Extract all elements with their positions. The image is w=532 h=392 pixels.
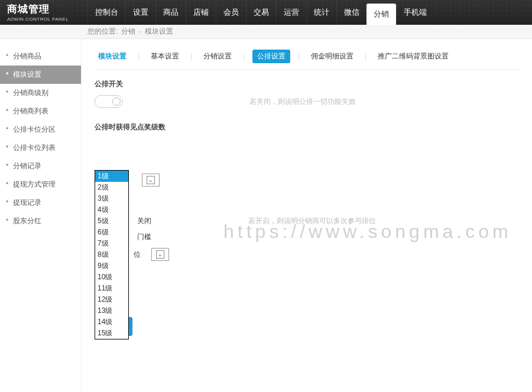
tab-2[interactable]: 分销设置 (200, 50, 235, 63)
field-label-out-level: 出局层级 (95, 274, 521, 284)
listbox-option[interactable]: 8级 (95, 249, 128, 260)
logo-block: 商城管理 ADMIN CONTROL PANEL (0, 0, 87, 25)
breadcrumb: 您的位置: 分销 › 模块设置 (0, 25, 532, 39)
tab-divider (299, 53, 299, 60)
sidebar-item-5[interactable]: 公排卡位列表 (0, 139, 81, 157)
listbox-option[interactable]: 6级 (95, 227, 128, 238)
sidebar-item-9[interactable]: 股东分红 (0, 212, 81, 230)
tab-divider (138, 53, 139, 60)
topnav-item-7[interactable]: 统计 (306, 0, 336, 25)
listbox-option[interactable]: 5级 (95, 215, 128, 227)
topnav-item-10[interactable]: 手机端 (396, 0, 434, 25)
topnav-item-5[interactable]: 交易 (246, 0, 276, 25)
sidebar-item-1[interactable]: 模块设置 (0, 66, 81, 84)
sidebar-item-2[interactable]: 分销商级别 (0, 84, 81, 102)
chevron-down-icon: ⌄ (156, 250, 164, 259)
tab-1[interactable]: 基本设置 (147, 50, 183, 63)
listbox-option[interactable]: 12级 (95, 294, 128, 305)
reward-level-listbox[interactable]: 1级2级3级4级5级6级7级8级9级10级11级12级13级14级15级 (95, 170, 129, 339)
tab-divider (191, 53, 192, 60)
field-label-reward-levels: 公排时获得见点奖级数 (95, 122, 521, 132)
listbox-option[interactable]: 7级 (95, 238, 128, 249)
listbox-option[interactable]: 2级 (95, 182, 128, 193)
tab-row: 模块设置基本设置分销设置公排设置佣金明细设置推广二维码背景图设置 (95, 50, 521, 70)
threshold-unit: 位 (134, 250, 141, 260)
listbox-option[interactable]: 15级 (95, 328, 128, 339)
chevron-down-icon: ⌄ (147, 176, 155, 184)
field-label-switch: 公排开关 (95, 79, 521, 89)
breadcrumb-prefix: 您的位置: (87, 27, 118, 37)
select-small-a[interactable]: ⌄ (142, 174, 160, 187)
listbox-option[interactable]: 10级 (95, 272, 128, 283)
topnav-item-0[interactable]: 控制台 (87, 0, 125, 25)
sidebar: 分销商品模块设置分销商级别分销商列表公排卡位分区公排卡位列表分销记录提现方式管理… (0, 39, 82, 392)
breadcrumb-section[interactable]: 分销 (121, 27, 135, 37)
tab-0[interactable]: 模块设置 (95, 50, 130, 63)
top-bar: 商城管理 ADMIN CONTROL PANEL 控制台设置商品店铺会员交易运营… (0, 0, 532, 25)
tab-divider (365, 53, 366, 60)
tab-divider (244, 53, 244, 60)
topnav-item-3[interactable]: 店铺 (186, 0, 216, 25)
top-nav: 控制台设置商品店铺会员交易运营统计微信分销手机端 (87, 0, 434, 25)
tab-3[interactable]: 公排设置 (252, 50, 290, 63)
topnav-item-9[interactable]: 分销 (366, 4, 396, 25)
repeat-help-text: 若开启，则说明分销商可以多次参与排位 (248, 216, 376, 226)
toggle-knob (112, 97, 121, 106)
listbox-option[interactable]: 13级 (95, 305, 128, 316)
listbox-option[interactable]: 11级 (95, 283, 128, 294)
listbox-option[interactable]: 9级 (95, 260, 128, 272)
threshold-suffix: 门槛 (137, 232, 151, 242)
select-small-b[interactable]: ⌄ (151, 248, 169, 261)
breadcrumb-page: 模块设置 (145, 27, 173, 37)
switch-help-text: 若关闭，则说明公排一切功能失效 (249, 97, 356, 107)
sidebar-item-3[interactable]: 分销商列表 (0, 102, 81, 120)
sidebar-item-4[interactable]: 公排卡位分区 (0, 120, 81, 139)
topnav-item-6[interactable]: 运营 (276, 0, 306, 25)
topnav-item-2[interactable]: 商品 (155, 0, 186, 25)
logo-title: 商城管理 (7, 2, 82, 16)
tab-4[interactable]: 佣金明细设置 (307, 50, 357, 63)
sidebar-item-0[interactable]: 分销商品 (0, 47, 81, 66)
switch-toggle[interactable] (95, 95, 123, 108)
listbox-option[interactable]: 1级 (95, 171, 128, 182)
repeat-switch-suffix: 关闭 (137, 216, 151, 226)
content-area: 模块设置基本设置分销设置公排设置佣金明细设置推广二维码背景图设置 公排开关 若关… (82, 39, 532, 392)
topnav-item-4[interactable]: 会员 (216, 0, 246, 25)
listbox-option[interactable]: 14级 (95, 316, 128, 328)
logo-subtitle: ADMIN CONTROL PANEL (7, 17, 82, 22)
topnav-item-8[interactable]: 微信 (336, 0, 366, 25)
breadcrumb-separator: › (139, 28, 141, 36)
sidebar-item-7[interactable]: 提现方式管理 (0, 175, 81, 194)
sidebar-item-8[interactable]: 提现记录 (0, 194, 81, 212)
tab-5[interactable]: 推广二维码背景图设置 (374, 50, 452, 63)
sidebar-item-6[interactable]: 分销记录 (0, 157, 81, 175)
listbox-option[interactable]: 3级 (95, 193, 128, 204)
listbox-option[interactable]: 4级 (95, 204, 128, 215)
topnav-item-1[interactable]: 设置 (125, 0, 155, 25)
main-layout: 分销商品模块设置分销商级别分销商列表公排卡位分区公排卡位列表分销记录提现方式管理… (0, 39, 532, 392)
